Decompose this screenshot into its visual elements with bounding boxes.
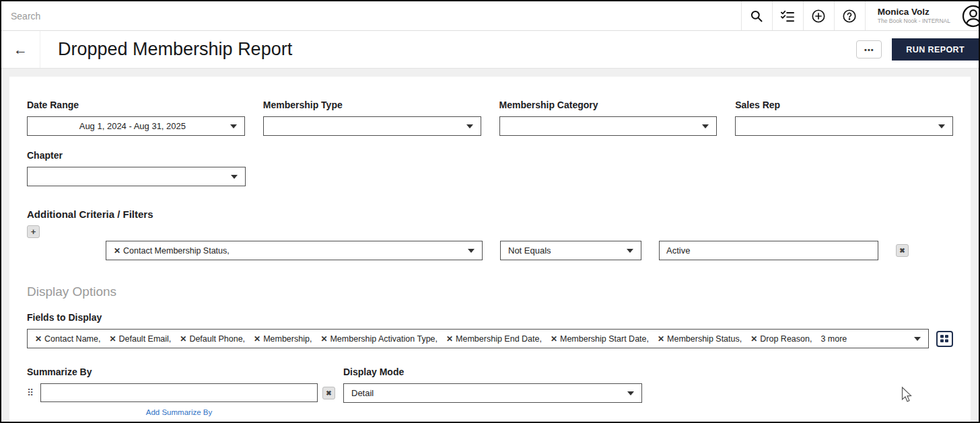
field-tag-label: Membership End Date, — [456, 334, 542, 344]
chevron-down-icon — [702, 124, 709, 128]
remove-tag-icon[interactable]: ✕ — [180, 334, 186, 344]
chevron-down-icon — [627, 391, 634, 395]
remove-tag-icon[interactable]: ✕ — [114, 246, 120, 256]
field-tag-label: Membership Start Date, — [560, 334, 649, 344]
sales-rep-label: Sales Rep — [735, 100, 953, 110]
chevron-down-icon — [466, 124, 473, 128]
fields-to-display-select[interactable]: ✕ Contact Name, ✕ Default Email, ✕ Defau… — [27, 329, 929, 348]
display-options-heading: Display Options — [27, 284, 953, 299]
fields-to-display-block: Fields to Display ✕ Contact Name, ✕ Defa… — [27, 312, 953, 348]
field-tag-label: Default Email, — [119, 334, 172, 344]
chapter-label: Chapter — [27, 150, 246, 161]
field-tag: ✕ Membership Start Date, — [551, 334, 649, 344]
field-tag: ✕ Default Phone, — [180, 334, 245, 344]
checklist-icon[interactable] — [772, 1, 803, 30]
report-settings-panel: Date Range Aug 1, 2024 - Aug 31, 2025 Me… — [1, 69, 979, 423]
add-circle-icon[interactable] — [803, 1, 834, 30]
fields-to-display-label: Fields to Display — [27, 312, 953, 323]
user-name: Monica Volz — [878, 7, 950, 17]
remove-tag-icon[interactable]: ✕ — [254, 334, 260, 344]
remove-tag-icon[interactable]: ✕ — [658, 334, 664, 344]
additional-criteria-heading: Additional Criteria / Filters — [27, 208, 953, 220]
search-icon[interactable] — [741, 1, 772, 30]
filters-row: Date Range Aug 1, 2024 - Aug 31, 2025 Me… — [27, 100, 953, 136]
report-header: ← Dropped Membership Report ••• RUN REPO… — [1, 31, 979, 69]
header-actions: ••• RUN REPORT — [856, 38, 979, 61]
criteria-field-tag-label: Contact Membership Status, — [123, 246, 230, 256]
summarize-section: Summarize By ⠿ ✖ Add Summarize By Displa… — [27, 367, 953, 416]
field-tag-label: Drop Reason, — [760, 334, 812, 344]
more-fields-indicator: 3 more — [820, 334, 847, 344]
field-tag: ✕ Drop Reason, — [750, 334, 812, 344]
field-tag: ✕ Membership Activation Type, — [320, 334, 438, 344]
membership-type-label: Membership Type — [263, 100, 481, 110]
criteria-row: ✕ Contact Membership Status, Not Equals … — [106, 241, 953, 260]
more-options-button[interactable]: ••• — [856, 40, 882, 59]
clear-summarize-button[interactable]: ✖ — [322, 387, 335, 399]
avatar[interactable] — [961, 1, 979, 30]
chapter-block: Chapter — [27, 150, 246, 186]
remove-criteria-button[interactable]: ✖ — [896, 244, 909, 257]
membership-type-select[interactable] — [263, 116, 481, 136]
display-mode-select[interactable]: Detail — [343, 383, 642, 403]
display-mode-value: Detail — [351, 388, 374, 398]
chevron-down-icon — [230, 124, 237, 128]
summarize-by-label: Summarize By — [27, 367, 335, 377]
field-tag: ✕ Default Email, — [109, 334, 171, 344]
criteria-field-select[interactable]: ✕ Contact Membership Status, — [106, 241, 483, 260]
drag-handle-icon[interactable]: ⠿ — [27, 387, 40, 398]
field-tag: ✕ Membership Status, — [658, 334, 742, 344]
membership-category-select[interactable] — [499, 116, 718, 136]
remove-tag-icon[interactable]: ✕ — [750, 334, 757, 344]
criteria-value-input[interactable] — [659, 241, 878, 260]
remove-tag-icon[interactable]: ✕ — [446, 334, 453, 344]
run-report-button[interactable]: RUN REPORT — [892, 38, 979, 61]
back-button[interactable]: ← — [1, 31, 40, 68]
sales-rep-select[interactable] — [735, 116, 953, 136]
field-tag: ✕ Membership End Date, — [446, 334, 542, 344]
chevron-down-icon — [914, 337, 921, 341]
report-criteria-card: Date Range Aug 1, 2024 - Aug 31, 2025 Me… — [9, 77, 971, 423]
remove-tag-icon[interactable]: ✕ — [35, 334, 42, 344]
global-search-input[interactable]: Search — [1, 1, 741, 30]
criteria-operator-value: Not Equals — [508, 245, 551, 256]
date-range-value: Aug 1, 2024 - Aug 31, 2025 — [35, 121, 230, 131]
add-criteria-button[interactable]: + — [27, 225, 40, 238]
chevron-down-icon — [938, 124, 945, 128]
date-range-label: Date Range — [27, 100, 245, 110]
membership-category-label: Membership Category — [499, 100, 718, 110]
user-menu[interactable]: Monica Volz The Book Nook - INTERNAL — [865, 1, 961, 30]
chevron-down-icon — [231, 175, 238, 179]
remove-tag-icon[interactable]: ✕ — [109, 334, 116, 344]
criteria-operator-select[interactable]: Not Equals — [500, 241, 641, 260]
remove-tag-icon[interactable]: ✕ — [320, 334, 327, 344]
field-tag-label: Membership Activation Type, — [330, 334, 438, 344]
display-mode-label: Display Mode — [343, 367, 642, 377]
column-chooser-button[interactable] — [936, 331, 953, 347]
field-tag-label: Membership Status, — [667, 334, 742, 344]
add-summarize-by-link[interactable]: Add Summarize By — [40, 408, 318, 416]
user-org: The Book Nook - INTERNAL — [878, 17, 950, 25]
field-tag-label: Contact Name, — [44, 334, 100, 344]
field-tag: ✕ Contact Name, — [35, 334, 100, 344]
topbar-actions: Monica Volz The Book Nook - INTERNAL — [741, 1, 979, 30]
field-tag-label: Default Phone, — [189, 334, 245, 344]
page-title: Dropped Membership Report — [58, 39, 292, 60]
field-tag: ✕ Membership, — [254, 334, 312, 344]
remove-tag-icon[interactable]: ✕ — [551, 334, 557, 344]
chevron-down-icon — [627, 249, 633, 253]
app-window: Search Monica Volz The Book Nook - INTER… — [0, 0, 980, 423]
summarize-by-input[interactable] — [40, 383, 318, 402]
chevron-down-icon — [468, 249, 475, 253]
criteria-field-tag: ✕ Contact Membership Status, — [114, 246, 230, 256]
chapter-select[interactable] — [27, 167, 246, 186]
field-tag-label: Membership, — [263, 334, 312, 344]
topbar: Search Monica Volz The Book Nook - INTER… — [1, 1, 979, 31]
help-icon[interactable] — [834, 1, 865, 30]
date-range-select[interactable]: Aug 1, 2024 - Aug 31, 2025 — [27, 116, 245, 136]
